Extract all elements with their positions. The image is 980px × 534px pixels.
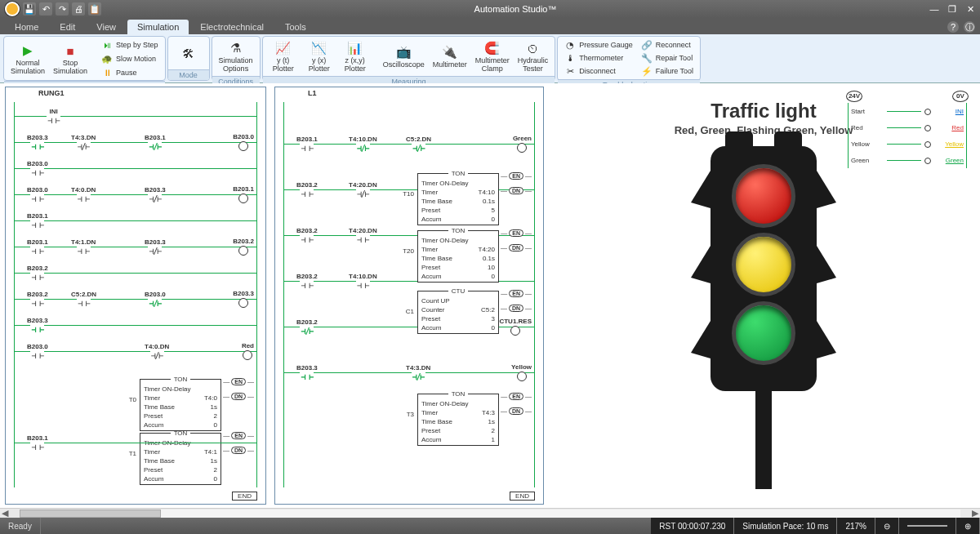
rung[interactable]: B203.2⊣ ⊢	[14, 259, 257, 285]
coil[interactable]: Green	[513, 135, 532, 153]
print-icon[interactable]: 🖨	[72, 2, 85, 16]
rung[interactable]: B203.1⊣ ⊢T4:10.DN⊣/⊢C5:2.DN⊣/⊢Green	[283, 120, 535, 166]
contact[interactable]: B203.2⊣/⊢	[296, 318, 318, 335]
contact[interactable]: B203.1⊣/⊢	[145, 133, 166, 150]
coil[interactable]: B203.0	[233, 133, 254, 151]
contact[interactable]: T4:1.DN⊣ ⊢	[71, 238, 96, 255]
contact[interactable]: T4:10.DN⊣ ⊢	[349, 272, 377, 289]
hydraulic-tester-button[interactable]: ⏲Hydraulic Tester	[514, 38, 552, 74]
scroll-left-icon[interactable]: ◀	[0, 508, 10, 518]
instruction-block[interactable]: TONTimer ON-DelayTimerT4:0Time Base1sPre…	[140, 375, 221, 431]
rung[interactable]: B203.2⊣ ⊢C5:2.DN⊣ ⊢B203.0⊣/⊢B203.3	[14, 285, 257, 311]
normal-simulation-button[interactable]: ▶ Normal Simulation	[7, 41, 48, 77]
z-plotter-button[interactable]: 📊z (x,y) Plotter	[338, 38, 372, 74]
slow-button[interactable]: 🐢Slow Motion	[98, 52, 162, 65]
contact[interactable]: T4:10.DN⊣/⊢	[349, 135, 377, 152]
contact[interactable]: C5:2.DN⊣ ⊢	[71, 290, 96, 307]
maximize-button[interactable]: ❐	[947, 4, 957, 14]
pressure-gauge-button[interactable]: ◔Pressure Gauge	[561, 38, 636, 51]
contact[interactable]: T4:20.DN⊣/⊢	[349, 180, 377, 198]
contact[interactable]: B203.1⊣ ⊢	[27, 238, 48, 255]
instruction-block[interactable]: TONTimer ON-DelayTimerT4:3Time Base1sPre…	[417, 389, 499, 446]
tab-electrotechnical[interactable]: Electrotechnical	[190, 20, 274, 34]
tab-view[interactable]: View	[87, 20, 126, 34]
simulation-options-button[interactable]: ⚗Simulation Options	[216, 38, 256, 74]
zoom-slider[interactable]	[899, 518, 956, 534]
pause-button[interactable]: ⏸Pause	[98, 66, 162, 79]
rung[interactable]: INI⊣ ⊢	[14, 102, 257, 128]
close-button[interactable]: ✕	[965, 4, 975, 14]
ladder-diagram-2[interactable]: L1 B203.1⊣ ⊢T4:10.DN⊣/⊢C5:2.DN⊣/⊢GreenB2…	[274, 87, 544, 505]
help-icon[interactable]: ?	[947, 21, 959, 33]
contact[interactable]: B203.3⊣/⊢	[145, 238, 166, 255]
contact[interactable]: INI⊣ ⊢	[47, 107, 60, 124]
zoom-in-button[interactable]: ⊕	[956, 518, 980, 534]
coil[interactable]: CTU1.RES	[499, 318, 532, 336]
oscilloscope-button[interactable]: 📺Oscilloscope	[380, 42, 428, 70]
horizontal-scrollbar[interactable]: ◀ ▶	[0, 508, 980, 518]
coil[interactable]: B203.3	[233, 290, 254, 308]
contact[interactable]: B203.2⊣ ⊢	[27, 290, 48, 307]
contact[interactable]: B203.3⊣ ⊢	[27, 133, 48, 150]
repair-tool-button[interactable]: 🔧Repair Tool	[638, 51, 697, 65]
instruction-block[interactable]: TONTimer ON-DelayTimerT4:20Time Base0.1s…	[417, 226, 499, 283]
contact[interactable]: C5:2.DN⊣/⊢	[406, 135, 431, 152]
tab-home[interactable]: Home	[5, 20, 48, 34]
rung[interactable]: B203.1⊣ ⊢T4:1.DN⊣ ⊢B203.3⊣/⊢B203.2	[14, 233, 257, 259]
contact[interactable]: T4:20.DN⊣ ⊢	[349, 226, 377, 243]
multimeter-button[interactable]: 🔌Multimeter	[430, 42, 470, 70]
disconnect-button[interactable]: ✂Disconnect	[561, 65, 636, 78]
contact[interactable]: B203.1⊣ ⊢	[27, 434, 48, 451]
rung[interactable]: B203.0⊣ ⊢T4:0.DN⊣/⊢Red	[14, 337, 257, 363]
contact[interactable]: T4:3.DN⊣/⊢	[406, 363, 430, 380]
scroll-right-icon[interactable]: ▶	[970, 508, 980, 518]
contact[interactable]: T4:0.DN⊣ ⊢	[71, 185, 96, 202]
yx-plotter-button[interactable]: 📉y (x) Plotter	[302, 38, 336, 74]
rung[interactable]: B203.1⊣ ⊢	[14, 207, 257, 233]
contact[interactable]: B203.0⊣ ⊢	[27, 185, 48, 202]
contact[interactable]: T4:0.DN⊣/⊢	[145, 342, 169, 359]
zoom-out-button[interactable]: ⊖	[875, 518, 899, 534]
coil[interactable]: Red	[242, 342, 254, 360]
coil[interactable]: Yellow	[511, 363, 532, 381]
clamp-button[interactable]: 🧲Multimeter Clamp	[472, 38, 513, 74]
mode-button[interactable]: 🛠	[172, 43, 206, 63]
coil[interactable]: B203.1	[233, 185, 254, 203]
failure-tool-button[interactable]: ⚡Failure Tool	[638, 65, 697, 78]
contact[interactable]: B203.0⊣ ⊢	[27, 342, 48, 359]
reconnect-button[interactable]: 🔗Reconnect	[638, 38, 697, 51]
contact[interactable]: B203.1⊣ ⊢	[296, 135, 318, 152]
contact[interactable]: B203.2⊣ ⊢	[296, 272, 318, 289]
rung[interactable]: B203.3⊣ ⊢T4:3.DN⊣/⊢B203.1⊣/⊢B203.0	[14, 128, 257, 154]
rung[interactable]: B203.3⊣ ⊢	[14, 311, 257, 337]
coil[interactable]: B203.2	[233, 238, 254, 256]
minimize-button[interactable]: —	[929, 4, 939, 14]
contact[interactable]: T4:3.DN⊣/⊢	[71, 133, 96, 150]
copy-icon[interactable]: 📋	[88, 2, 101, 16]
rung[interactable]: B203.3⊣ ⊢T4:3.DN⊣/⊢Yellow	[283, 349, 535, 394]
contact[interactable]: B203.3⊣ ⊢	[296, 363, 318, 380]
yt-plotter-button[interactable]: 📈y (t) Plotter	[266, 38, 301, 74]
step-button[interactable]: ⏯Step by Step	[98, 38, 162, 51]
rung[interactable]: B203.0⊣ ⊢	[14, 154, 257, 180]
tab-tools[interactable]: Tools	[275, 20, 316, 34]
rung[interactable]: B203.0⊣ ⊢T4:0.DN⊣ ⊢B203.3⊣/⊢B203.1	[14, 180, 257, 207]
save-icon[interactable]: 💾	[23, 2, 36, 16]
instruction-block[interactable]: TONTimer ON-DelayTimerT4:10Time Base0.1s…	[417, 169, 499, 225]
contact[interactable]: B203.1⊣ ⊢	[27, 211, 48, 229]
stop-simulation-button[interactable]: ■ Stop Simulation	[50, 41, 91, 77]
info-icon[interactable]: ⓘ	[964, 21, 975, 33]
undo-icon[interactable]: ↶	[39, 2, 52, 16]
tab-simulation[interactable]: Simulation	[127, 20, 189, 34]
contact[interactable]: B203.2⊣ ⊢	[27, 264, 48, 281]
scroll-thumb[interactable]	[20, 510, 161, 518]
redo-icon[interactable]: ↷	[56, 2, 69, 16]
contact[interactable]: B203.3⊣ ⊢	[27, 316, 48, 333]
thermometer-button[interactable]: 🌡Thermometer	[561, 51, 636, 65]
contact[interactable]: B203.0⊣ ⊢	[27, 159, 48, 176]
contact[interactable]: B203.0⊣/⊢	[145, 290, 166, 307]
contact[interactable]: B203.3⊣/⊢	[145, 185, 166, 202]
tab-edit[interactable]: Edit	[50, 20, 85, 34]
contact[interactable]: B203.2⊣ ⊢	[296, 226, 318, 243]
instruction-block[interactable]: CTUCount UPCounterC5:2Preset3Accum0	[417, 287, 499, 334]
